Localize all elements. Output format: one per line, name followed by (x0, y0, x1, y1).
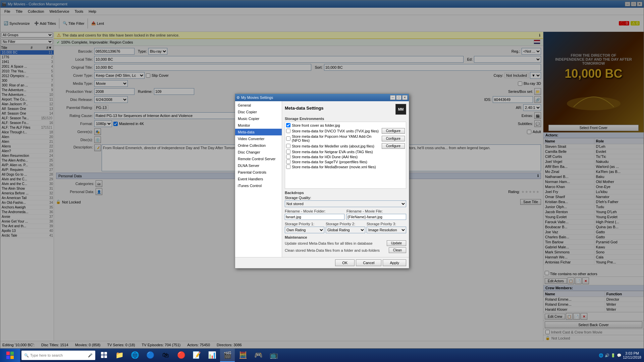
priority2-select[interactable]: Global Rating Own Rating Image Resolutio… (326, 227, 365, 233)
modal-logo: MM (395, 104, 406, 115)
checkbox-row-1: Store front cover as folder.jpg (286, 123, 405, 127)
modal-item-general[interactable]: General (235, 102, 282, 109)
update-button[interactable]: Update (387, 240, 406, 246)
modal-item-remote-control[interactable]: Remote Control Server (235, 156, 282, 162)
taskbar-store[interactable]: 🛍 (158, 349, 173, 362)
storage-env-area[interactable]: Store front cover as folder.jpg Store me… (285, 122, 406, 189)
checkbox-row-4: Store meta-data for Mede8er units (about… (286, 143, 405, 149)
cancel-button[interactable]: Cancel (356, 259, 381, 266)
taskbar-search-input[interactable] (30, 353, 87, 357)
taskbar-calc[interactable]: 🧮 (235, 349, 250, 362)
mediabrowser-checkbox[interactable] (286, 165, 290, 169)
taskbar-file-explorer[interactable]: 📁 (112, 349, 127, 362)
priority3-col: Storage Priority 3: Image Resolution Own… (367, 222, 406, 233)
priority1-label: Storage Priority 1: (285, 222, 324, 226)
clean-button[interactable]: Clean (389, 247, 406, 253)
taskbar-app7[interactable]: 📊 (205, 349, 219, 362)
clean-text: Clean stored Meta-Data files from a fold… (285, 248, 389, 252)
filename-folder-col: Filename - Movie Folder: (285, 209, 344, 220)
taskbar-word[interactable]: 📝 (189, 349, 204, 362)
tvix-label: Store meta-data for DViCO TViX units (TV… (292, 129, 380, 133)
taskbar-chrome[interactable]: 🔴 (174, 349, 189, 362)
storage-quality-select[interactable]: Not stored Low Medium High (285, 200, 406, 207)
apply-button[interactable]: Apply (383, 259, 406, 266)
svg-rect-2 (10, 352, 14, 355)
tvix-configure-btn[interactable]: Configure (382, 128, 405, 134)
modal-main: Meta-data Settings MM Storage Environmen… (282, 101, 409, 257)
filename-folder-label: Filename - Movie Folder: (285, 209, 344, 213)
modal-item-disc-copier[interactable]: Disc Copier (235, 109, 282, 115)
filename-file-input[interactable] (346, 214, 406, 220)
modal-section-title: Meta-data Settings (285, 106, 324, 111)
taskbar-apps: 📁 🌐 🔵 🛍 🔴 📝 📊 🎬 🧮 🎮 📺 (97, 349, 596, 362)
priority1-col: Storage Priority 1: Own Rating Global Ra… (285, 222, 324, 233)
mede8er-label: Store meta-data for Mede8er units (about… (292, 144, 380, 148)
modal-item-monitor[interactable]: Monitor (235, 122, 282, 129)
storage-env-label: Storage Environments (285, 117, 406, 121)
taskbar-app11[interactable]: 📺 (266, 349, 281, 362)
update-row: Update stored Meta-Data files for all ti… (285, 240, 406, 246)
netgear-checkbox[interactable] (286, 149, 290, 154)
popcorn-checkbox[interactable] (286, 136, 290, 141)
priority3-select[interactable]: Image Resolution Own Rating Global Ratin… (367, 227, 406, 233)
mede8er-configure-btn[interactable]: Configure (382, 143, 405, 149)
modal-minimize-btn[interactable]: ─ (390, 95, 395, 100)
checkbox-row-5: Store meta-data for Netgear EVA units (T… (286, 149, 405, 154)
checkbox-row-7: Store meta-data for SageTV (propertfiles… (286, 160, 405, 164)
checkbox-row-8: Store meta-data for MediaBrowser (movie.… (286, 165, 405, 169)
tvix-checkbox[interactable] (286, 129, 290, 133)
modal-item-disc-changer[interactable]: Disc Changer (235, 149, 282, 156)
modal-maximize-btn[interactable]: □ (396, 95, 401, 100)
sagetv-checkbox[interactable] (286, 160, 290, 164)
modal-item-meta-data[interactable]: Meta-data (235, 129, 282, 135)
taskbar-system: 🌐 🔊 🔋 💬 3:03 PM 12/11/2018 (596, 351, 644, 359)
modal-body: General Disc Copier Music Copier Monitor… (235, 101, 409, 257)
modal-item-event-handlers[interactable]: Event Handlers (235, 176, 282, 182)
priority-row: Storage Priority 1: Own Rating Global Ra… (285, 222, 406, 233)
modal-item-video-converter[interactable]: Video Converter (235, 135, 282, 142)
taskbar-ie[interactable]: 🔵 (143, 349, 158, 362)
checkbox-row-3: Store meta-data for Popcorn Hour YAMJ Ad… (286, 134, 405, 142)
checkbox-row-6: Store meta-data for HDi Dune (AAI files) (286, 155, 405, 159)
maintenance-label: Maintenance (285, 235, 406, 239)
modal-item-parental[interactable]: Parental Controls (235, 169, 282, 176)
priority3-label: Storage Priority 3: (367, 222, 406, 226)
priority1-select[interactable]: Own Rating Global Rating Image Resolutio… (285, 227, 324, 233)
svg-rect-7 (101, 355, 104, 358)
clock-date: 12/11/2018 (623, 355, 641, 359)
hdi-checkbox[interactable] (286, 155, 290, 159)
clean-row: Clean stored Meta-Data files from a fold… (285, 247, 406, 253)
modal-item-music-copier[interactable]: Music Copier (235, 115, 282, 122)
modal-item-online-collection[interactable]: Online Collection (235, 142, 282, 149)
modal-sidebar: General Disc Copier Music Copier Monitor… (235, 101, 282, 257)
modal-overlay: ⚙ My Movies Settings ─ □ ✕ General Disc … (0, 0, 644, 362)
modal-icon: ⚙ (236, 96, 240, 100)
settings-modal: ⚙ My Movies Settings ─ □ ✕ General Disc … (235, 94, 409, 268)
start-button[interactable] (0, 349, 20, 362)
svg-rect-8 (104, 355, 107, 358)
priority2-label: Storage Priority 2: (326, 222, 365, 226)
mede8er-checkbox[interactable] (286, 144, 290, 148)
notification-icon: 💬 (617, 353, 622, 358)
network-icon: 🌐 (599, 353, 603, 358)
netgear-label: Store meta-data for Netgear EVA units (T… (292, 150, 373, 154)
filename-folder-input[interactable] (285, 214, 344, 220)
store-front-cover-checkbox[interactable] (286, 123, 290, 127)
taskbar-edge[interactable]: 🌐 (127, 349, 142, 362)
taskbar-mymovies[interactable]: 🎬 (220, 349, 235, 362)
popcorn-configure-btn[interactable]: Configure (382, 136, 405, 141)
ok-button[interactable]: OK (335, 259, 355, 266)
modal-title: My Movies Settings (241, 96, 273, 100)
taskbar-search-area: 🔍 🎤 (21, 351, 95, 360)
clock-time: 3:03 PM (623, 351, 641, 355)
modal-footer: OK Cancel Apply (235, 257, 409, 268)
taskbar-app10[interactable]: 🎮 (251, 349, 266, 362)
modal-item-itunes[interactable]: iTunes Control (235, 182, 282, 189)
modal-close-btn[interactable]: ✕ (402, 95, 408, 100)
priority2-col: Storage Priority 2: Global Rating Own Ra… (326, 222, 365, 233)
search-icon: 🔍 (24, 353, 29, 358)
taskbar-task-view[interactable] (97, 349, 111, 362)
update-text: Update stored Meta-Data files for all ti… (285, 241, 387, 245)
modal-item-dlna[interactable]: DLNA Server (235, 162, 282, 169)
filename-file-col: Filename - Movie File: (346, 209, 406, 220)
